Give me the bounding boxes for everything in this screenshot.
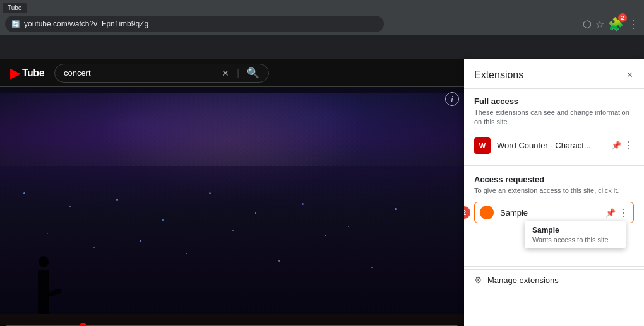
secure-icon: 🔄 (11, 20, 20, 28)
access-requested-desc: To give an extension access to this site… (474, 186, 634, 195)
word-counter-icon: W (474, 137, 491, 154)
sample-more-icon[interactable]: ⋮ (618, 207, 628, 219)
tooltip-title: Sample (532, 226, 618, 235)
extensions-panel-header: Extensions × (464, 59, 644, 89)
word-counter-name: Word Counter - Charact... (497, 141, 605, 150)
url-text: youtube.com/watch?v=Fpn1imb9qZg (24, 20, 148, 28)
address-bar[interactable]: 🔄 youtube.com/watch?v=Fpn1imb9qZg (5, 16, 384, 32)
sample-ext-wrapper: 2 Sample 📌 ⋮ Sample Wants access to this… (474, 202, 634, 223)
extensions-badge: 2 (618, 13, 627, 22)
cast-icon[interactable]: ⬡ (583, 18, 592, 30)
video-background: i 🔊 0:48 / 4:48 ⟳ (0, 87, 464, 326)
word-counter-pin-icon[interactable]: 📌 (611, 141, 621, 150)
word-counter-actions: 📌 ⋮ (611, 139, 634, 151)
access-requested-section: Access requested To give an extension ac… (464, 168, 644, 228)
extensions-button[interactable]: 🧩 2 (608, 16, 624, 32)
extensions-panel-title: Extensions (474, 69, 523, 81)
youtube-search-bar[interactable]: ✕ | 🔍 (54, 64, 269, 83)
active-tab-label: Tube (8, 4, 21, 11)
full-access-desc: These extensions can see and change info… (474, 108, 634, 127)
crowd-lights (0, 178, 464, 314)
search-clear-icon[interactable]: ✕ (222, 68, 229, 78)
full-access-section: Full access These extensions can see and… (464, 89, 644, 163)
active-tab[interactable]: Tube (3, 3, 27, 13)
sample-ext-actions: 📌 ⋮ (605, 207, 628, 219)
tooltip-desc: Wants access to this site (532, 236, 618, 243)
access-requested-title: Access requested (474, 175, 634, 184)
sample-tooltip: Sample Wants access to this site (525, 221, 626, 248)
youtube-search-input[interactable] (64, 68, 217, 78)
extensions-panel: Extensions × Full access These extension… (464, 59, 644, 326)
bookmark-icon[interactable]: ☆ (595, 18, 604, 30)
progress-dot (80, 323, 86, 326)
video-container[interactable]: i 🔊 0:48 / 4:48 ⟳ (0, 87, 464, 326)
manage-extensions-row[interactable]: ⚙ Manage extensions (464, 269, 644, 290)
info-icon[interactable]: i (445, 92, 459, 106)
youtube-area: ▶ Tube ✕ | 🔍 (0, 59, 464, 326)
browser-menu-icon[interactable]: ⋮ (628, 17, 639, 31)
main-area: ▶ Tube ✕ | 🔍 (0, 59, 644, 326)
youtube-logo: ▶ Tube (10, 65, 44, 81)
sample-extension-item[interactable]: Sample 📌 ⋮ (474, 202, 634, 223)
divider-2 (464, 266, 644, 267)
browser-action-buttons: ⬡ ☆ 🧩 2 ⋮ (583, 16, 639, 32)
sample-extension-icon (480, 206, 494, 219)
yt-logo-text: Tube (22, 67, 44, 79)
manage-gear-icon: ⚙ (474, 275, 482, 285)
sample-pin-icon[interactable]: 📌 (605, 208, 616, 218)
full-access-title: Full access (474, 96, 634, 106)
manage-extensions-label: Manage extensions (487, 276, 559, 285)
sample-extension-name: Sample (500, 208, 599, 218)
search-icon[interactable]: 🔍 (247, 67, 259, 79)
youtube-header: ▶ Tube ✕ | 🔍 (0, 59, 464, 87)
divider-1 (464, 165, 644, 166)
video-controls: 🔊 0:48 / 4:48 ⟳ ▶ CC ⚙ ⊡ ▭ ⛶ (0, 322, 464, 326)
sample-badge: 2 (464, 206, 470, 219)
extension-word-counter[interactable]: W Word Counter - Charact... 📌 ⋮ (474, 134, 634, 158)
word-counter-more-icon[interactable]: ⋮ (624, 139, 634, 151)
performer-silhouette (38, 270, 49, 314)
browser-chrome: Tube 🔄 youtube.com/watch?v=Fpn1imb9qZg ⬡… (0, 0, 644, 24)
extensions-close-button[interactable]: × (626, 68, 634, 82)
